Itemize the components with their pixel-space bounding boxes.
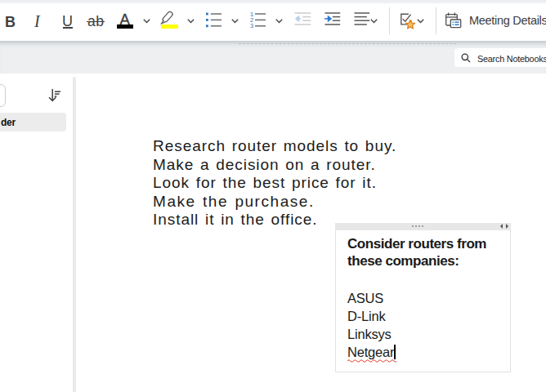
svg-text:3: 3 [250,22,253,29]
